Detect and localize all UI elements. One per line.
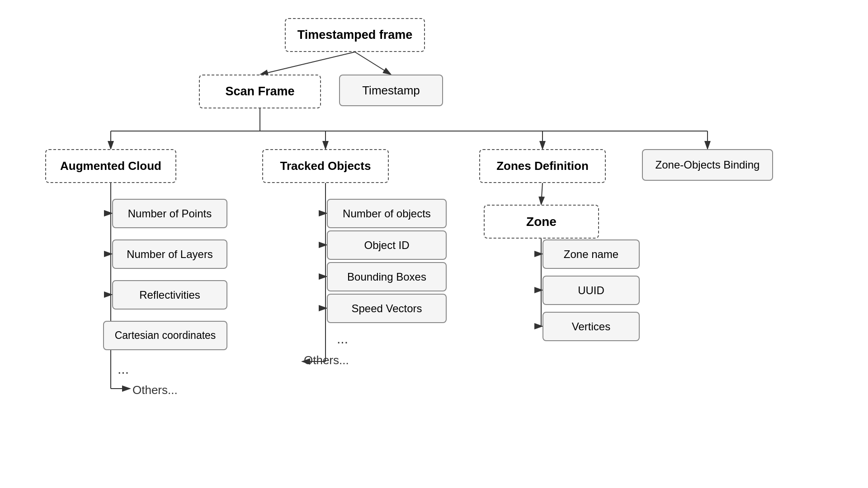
cartesian-node: Cartesian coordinates bbox=[103, 321, 227, 350]
bounding-boxes-label: Bounding Boxes bbox=[347, 271, 426, 283]
zone-objects-binding-node: Zone-Objects Binding bbox=[642, 149, 773, 181]
ellipsis1: ... bbox=[118, 361, 129, 377]
zones-definition-label: Zones Definition bbox=[496, 159, 589, 173]
zone-objects-binding-label: Zone-Objects Binding bbox=[656, 159, 760, 171]
timestamp-node: Timestamp bbox=[339, 75, 443, 106]
others1: Others... bbox=[132, 383, 178, 397]
timestamped-frame-node: Timestamped frame bbox=[285, 18, 425, 52]
cartesian-label: Cartesian coordinates bbox=[115, 329, 216, 342]
uuid-node: UUID bbox=[542, 276, 640, 305]
svg-line-24 bbox=[541, 183, 542, 205]
num-objects-label: Number of objects bbox=[343, 207, 431, 220]
zone-label: Zone bbox=[526, 215, 557, 229]
object-id-node: Object ID bbox=[327, 230, 447, 260]
timestamped-frame-label: Timestamped frame bbox=[297, 28, 413, 42]
speed-vectors-label: Speed Vectors bbox=[351, 302, 422, 315]
zone-name-node: Zone name bbox=[542, 239, 640, 269]
num-points-node: Number of Points bbox=[112, 199, 227, 228]
reflectivities-label: Reflectivities bbox=[139, 289, 200, 301]
augmented-cloud-label: Augmented Cloud bbox=[60, 159, 161, 173]
num-objects-node: Number of objects bbox=[327, 199, 447, 228]
scan-frame-node: Scan Frame bbox=[199, 75, 321, 108]
num-points-label: Number of Points bbox=[128, 207, 212, 220]
object-id-label: Object ID bbox=[364, 239, 409, 252]
others2: Others... bbox=[304, 353, 349, 367]
uuid-label: UUID bbox=[578, 284, 604, 297]
speed-vectors-node: Speed Vectors bbox=[327, 294, 447, 323]
vertices-label: Vertices bbox=[572, 320, 610, 333]
num-layers-label: Number of Layers bbox=[127, 248, 213, 261]
timestamp-label: Timestamp bbox=[362, 84, 420, 98]
ellipsis2: ... bbox=[337, 331, 348, 347]
bounding-boxes-node: Bounding Boxes bbox=[327, 262, 447, 291]
vertices-node: Vertices bbox=[542, 312, 640, 341]
zone-node: Zone bbox=[484, 205, 599, 239]
zones-definition-node: Zones Definition bbox=[479, 149, 606, 183]
svg-line-1 bbox=[260, 52, 355, 75]
scan-frame-label: Scan Frame bbox=[225, 84, 294, 99]
svg-line-2 bbox=[355, 52, 391, 75]
augmented-cloud-node: Augmented Cloud bbox=[45, 149, 176, 183]
zone-name-label: Zone name bbox=[564, 248, 618, 261]
num-layers-node: Number of Layers bbox=[112, 239, 227, 269]
tracked-objects-label: Tracked Objects bbox=[280, 159, 371, 173]
tracked-objects-node: Tracked Objects bbox=[262, 149, 389, 183]
diagram-container: Timestamped frame Scan Frame Timestamp A… bbox=[0, 0, 868, 488]
reflectivities-node: Reflectivities bbox=[112, 280, 227, 310]
